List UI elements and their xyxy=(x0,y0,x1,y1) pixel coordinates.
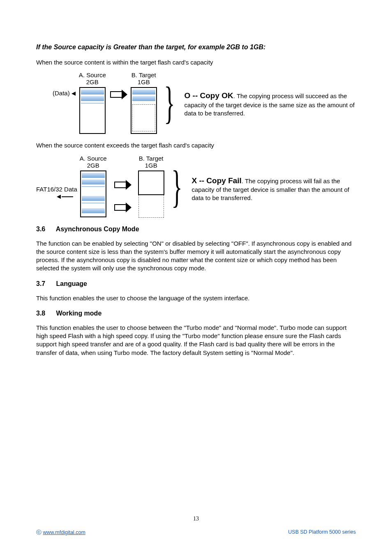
diagram2-colB-sub: 1GB xyxy=(145,162,157,169)
diagram2-side-label: FAT16/32 Data xyxy=(36,186,77,200)
footer-right: USB SD Platform 5000 series xyxy=(288,529,356,536)
section-num: 3.6 xyxy=(36,226,54,233)
diagram1-colB-top: B. Target xyxy=(131,71,156,78)
body-3-8: This function enables the user to choose… xyxy=(36,324,356,357)
diagram1-colA-top: A. Source xyxy=(79,71,106,78)
result-ok: O -- Copy OK. The copying process will s… xyxy=(184,90,356,117)
brace-icon: } xyxy=(164,80,175,125)
arrow-right-icon xyxy=(110,90,127,98)
diagram2-colA-sub: 2GB xyxy=(87,162,99,169)
diagram2-source-box xyxy=(80,170,106,217)
diagram2-target-box-top xyxy=(138,170,164,195)
heading-3-6: 3.6 Asynchronous Copy Mode xyxy=(36,226,356,233)
arrow-right-icon xyxy=(114,180,131,188)
diagram1-data-label: (Data) xyxy=(53,90,70,97)
brace-icon: } xyxy=(171,164,182,209)
page-number: 13 xyxy=(0,516,392,522)
diagram1-colB-sub: 1GB xyxy=(138,78,150,85)
diagram-copy-fail: FAT16/32 Data A. Source 2GB xyxy=(36,155,356,218)
arrow-right-icon xyxy=(114,203,131,211)
copyright-symbol: ⓒ xyxy=(36,530,43,535)
diagram2-target-dashed xyxy=(138,195,164,218)
section-title: Working mode xyxy=(56,310,101,317)
result-fail-heading: X -- Copy Fail xyxy=(191,176,241,185)
intro-2: When the source content exceeds the targ… xyxy=(36,141,356,150)
footer-url-link[interactable]: www.mfdigital.com xyxy=(43,530,85,535)
intro-1: When the source content is within the ta… xyxy=(36,58,356,67)
footer-left: ⓒ www.mfdigital.com xyxy=(36,529,85,536)
document-page: If the Source capacity is Greater than t… xyxy=(0,0,392,555)
heading-scenario: If the Source capacity is Greater than t… xyxy=(36,44,356,51)
arrow-left-icon xyxy=(71,92,76,96)
diagram-copy-ok: (Data) A. Source 2GB B. Target 1GB xyxy=(36,71,356,134)
diagram2-data-label: FAT16/32 Data xyxy=(36,186,77,193)
page-footer: ⓒ www.mfdigital.com USB SD Platform 5000… xyxy=(36,529,356,536)
section-num: 3.8 xyxy=(36,310,54,317)
diagram2-colB-top: B. Target xyxy=(139,155,164,162)
body-3-7: This function enables the user to choose… xyxy=(36,294,356,302)
arrow-line-icon xyxy=(62,196,73,197)
diagram1-target-box xyxy=(131,87,157,134)
heading-3-7: 3.7 Language xyxy=(36,280,356,288)
body-3-6: The function can be enabled by selecting… xyxy=(36,240,356,273)
section-title: Language xyxy=(56,280,87,287)
section-num: 3.7 xyxy=(36,280,54,288)
heading-3-8: 3.8 Working mode xyxy=(36,310,356,317)
diagram1-side-label: (Data) xyxy=(53,90,76,97)
result-fail: X -- Copy Fail. The copying process will… xyxy=(191,175,356,203)
diagram1-colA-sub: 2GB xyxy=(86,78,99,85)
diagram1-source-box xyxy=(79,87,106,134)
dashed-region xyxy=(132,104,155,131)
result-ok-heading: O -- Copy OK xyxy=(184,91,233,100)
diagram2-colA-top: A. Source xyxy=(80,155,107,162)
section-title: Asynchronous Copy Mode xyxy=(56,226,139,233)
arrow-left-icon xyxy=(57,195,61,199)
